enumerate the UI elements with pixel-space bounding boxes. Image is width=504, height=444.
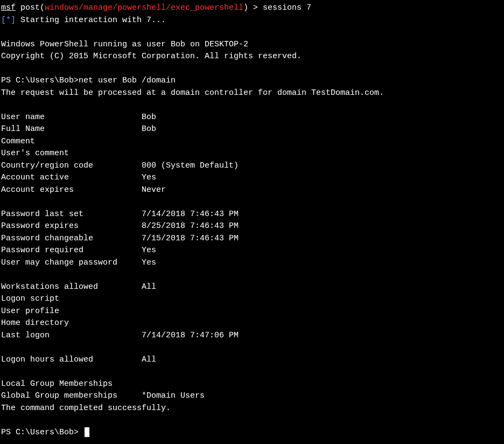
field-row: Home directory — [0, 317, 504, 330]
blank-line — [0, 342, 504, 354]
field-value: 7/14/2018 7:47:06 PM — [142, 331, 239, 340]
field-label: Full Name — [1, 123, 142, 136]
bracket-open: [ — [1, 16, 6, 25]
field-value: 000 (System Default) — [142, 161, 239, 170]
bracket-close: ] — [11, 16, 16, 25]
field-row: Logon hours allowedAll — [0, 354, 504, 366]
field-row: Password changeable7/15/2018 7:46:43 PM — [0, 233, 504, 245]
blank-line — [0, 99, 504, 112]
domain-message: The request will be processed at a domai… — [0, 87, 504, 100]
field-label: Local Group Memberships — [1, 378, 142, 391]
field-value: Yes — [142, 173, 156, 182]
field-label: User may change password — [1, 257, 142, 269]
ps-prompt-line-1: PS C:\Users\Bob>net user Bob /domain — [0, 75, 504, 87]
field-label: Password expires — [1, 220, 142, 233]
msf-label: msf — [1, 3, 16, 12]
starting-text: Starting interaction with 7... — [16, 16, 166, 25]
field-label: User's comment — [1, 148, 142, 160]
blank-line — [0, 366, 504, 378]
ps-prompt-line-2[interactable]: PS C:\Users\Bob> — [0, 427, 504, 439]
ps-prompt: PS C:\Users\Bob> — [1, 428, 83, 437]
blank-line — [0, 414, 504, 427]
field-label: Global Group memberships — [1, 390, 142, 403]
field-value: *Domain Users — [142, 391, 205, 400]
field-value: 7/14/2018 7:46:43 PM — [142, 210, 239, 219]
field-label: Home directory — [1, 317, 142, 330]
field-row: Password last set7/14/2018 7:46:43 PM — [0, 209, 504, 221]
field-row: Country/region code000 (System Default) — [0, 160, 504, 172]
field-row: Password requiredYes — [0, 245, 504, 257]
terminal-output[interactable]: msf post(windows/manage/powershell/exec_… — [0, 2, 504, 439]
field-row: Account expiresNever — [0, 184, 504, 197]
field-label: User name — [1, 112, 142, 124]
field-label: Account expires — [1, 184, 142, 197]
field-label: Logon script — [1, 293, 142, 306]
field-row: Workstations allowedAll — [0, 281, 504, 294]
field-row: User profile — [0, 306, 504, 318]
field-label: Password last set — [1, 209, 142, 221]
post-open: post( — [16, 3, 45, 12]
user-info-block-4: Logon hours allowedAll — [0, 354, 504, 366]
field-label: Country/region code — [1, 160, 142, 172]
user-info-block-3: Workstations allowedAllLogon scriptUser … — [0, 281, 504, 342]
field-row: Full NameBob — [0, 123, 504, 136]
field-row: Password expires8/25/2018 7:46:43 PM — [0, 220, 504, 233]
banner-line-1: Windows PowerShell running as user Bob o… — [0, 39, 504, 51]
user-info-block-2: Password last set7/14/2018 7:46:43 PMPas… — [0, 209, 504, 269]
field-value: Never — [142, 185, 166, 195]
field-value: All — [142, 282, 156, 292]
user-info-block-5: Local Group MembershipsGlobal Group memb… — [0, 378, 504, 403]
field-label: Workstations allowed — [1, 281, 142, 294]
field-row: Account activeYes — [0, 172, 504, 184]
field-value: 7/15/2018 7:46:43 PM — [142, 234, 239, 243]
field-row: Logon script — [0, 293, 504, 306]
banner-line-2: Copyright (C) 2015 Microsoft Corporation… — [0, 51, 504, 63]
field-label: Comment — [1, 136, 142, 148]
ps-prompt: PS C:\Users\Bob> — [1, 76, 79, 85]
field-label: User profile — [1, 306, 142, 318]
field-value: All — [142, 355, 156, 364]
blank-line — [0, 269, 504, 281]
field-value: Bob — [142, 113, 156, 122]
field-row: Local Group Memberships — [0, 378, 504, 391]
blank-line — [0, 196, 504, 209]
cursor-icon — [85, 427, 89, 437]
field-row: Comment — [0, 136, 504, 148]
field-row: Last logon7/14/2018 7:47:06 PM — [0, 330, 504, 342]
blank-line — [0, 63, 504, 75]
module-path: windows/manage/powershell/exec_powershel… — [45, 3, 243, 12]
field-label: Last logon — [1, 330, 142, 342]
completed-line: The command completed successfully. — [0, 403, 504, 415]
ps-command: net user Bob /domain — [79, 76, 176, 85]
field-value: Bob — [142, 124, 156, 134]
post-close: ) > — [243, 3, 263, 12]
field-value: Yes — [142, 258, 156, 267]
user-info-block-1: User nameBobFull NameBobCommentUser's co… — [0, 112, 504, 197]
msf-prompt-line: msf post(windows/manage/powershell/exec_… — [0, 2, 504, 15]
field-row: User may change passwordYes — [0, 257, 504, 269]
field-value: Yes — [142, 246, 156, 255]
blank-line — [0, 26, 504, 39]
field-value: 8/25/2018 7:46:43 PM — [142, 221, 239, 231]
msf-command: sessions 7 — [263, 3, 311, 12]
starting-line: [*] Starting interaction with 7... — [0, 15, 504, 27]
field-label: Account active — [1, 172, 142, 184]
field-label: Password changeable — [1, 233, 142, 245]
field-label: Password required — [1, 245, 142, 257]
field-row: User nameBob — [0, 112, 504, 124]
field-row: User's comment — [0, 148, 504, 160]
asterisk: * — [6, 16, 11, 25]
field-row: Global Group memberships*Domain Users — [0, 390, 504, 403]
field-label: Logon hours allowed — [1, 354, 142, 366]
